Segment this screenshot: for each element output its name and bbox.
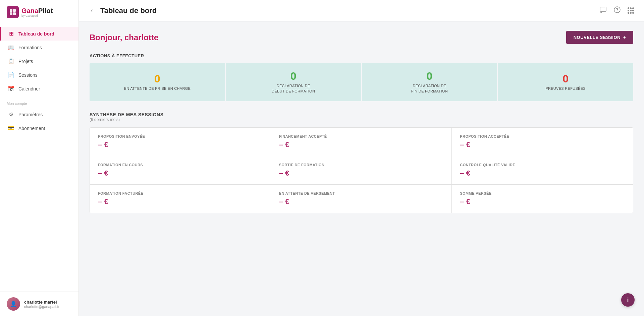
sidebar-item-label: Projets (18, 59, 33, 64)
sessions-icon: 📄 (8, 72, 14, 78)
logo-text-group: GanaPilot by Ganapati (21, 7, 53, 17)
user-info: charlotte martel charlotte@ganapati.fr (24, 300, 59, 309)
sidebar-item-label: Formations (18, 45, 42, 50)
action-number-fin: 0 (426, 70, 432, 82)
sidebar-item-label: Paramètres (18, 112, 43, 117)
cell-label: SOMME VERSÉE (460, 191, 625, 195)
cell-value: – € (460, 140, 625, 149)
cell-value: – € (98, 169, 263, 178)
greeting-bar: Bonjour, charlotte NOUVELLE SESSION + (90, 31, 633, 44)
synthesis-cell-controle-qualite: CONTRÔLE QUALITÉ VALIDÉ – € (452, 156, 633, 185)
cell-value: – € (279, 197, 444, 206)
top-bar: ‹ Tableau de bord ? (79, 0, 644, 21)
synthesis-cell-formation-facturee: FORMATION FACTURÉE – € (90, 185, 271, 213)
logo-text: GanaPilot (21, 7, 53, 15)
sidebar-item-sessions[interactable]: 📄 Sessions (0, 68, 78, 82)
sidebar-nav: ⊞ Tableau de bord 📖 Formations 📋 Projets… (0, 23, 78, 292)
synthesis-cell-financement-accepte: FINANCEMENT ACCEPTÉ – € (271, 128, 452, 156)
cell-label: EN ATTENTE DE VERSEMENT (279, 191, 444, 195)
user-email: charlotte@ganapati.fr (24, 305, 59, 309)
cell-value: – € (460, 169, 625, 178)
avatar: 👤 (7, 297, 20, 311)
synthesis-cell-somme-versee: SOMME VERSÉE – € (452, 185, 633, 213)
sidebar-item-label: Abonnement (18, 126, 45, 131)
action-cards: 0 EN ATTENTE DE PRISE EN CHARGE 0 DÉCLAR… (90, 63, 633, 101)
logo-subtitle: by Ganapati (21, 14, 53, 17)
top-bar-right: ? (599, 6, 634, 15)
collapse-sidebar-button[interactable]: ‹ (89, 6, 95, 15)
greeting-name: charlotte (124, 33, 158, 42)
sidebar-item-formations[interactable]: 📖 Formations (0, 41, 78, 54)
cell-value: – € (279, 169, 444, 178)
cell-label: SORTIE DE FORMATION (279, 163, 444, 167)
cell-value: – € (98, 140, 263, 149)
svg-rect-3 (13, 12, 16, 15)
synthesis-cell-proposition-acceptee: PROPOSITION ACCEPTÉE – € (452, 128, 633, 156)
actions-section-title: ACTIONS À EFFECTUER (90, 53, 633, 58)
logo-icon (7, 6, 19, 18)
action-card-debut[interactable]: 0 DÉCLARATION DEDÉBUT DE FORMATION (226, 63, 361, 101)
cell-label: PROPOSITION ACCEPTÉE (460, 134, 625, 138)
sidebar-item-label: Sessions (18, 72, 38, 78)
synthesis-title: SYNTHÈSE DE MES SESSIONS (90, 112, 633, 117)
info-icon: i (627, 297, 629, 304)
grid-icon[interactable] (628, 7, 634, 14)
synthesis-cell-attente-versement: EN ATTENTE DE VERSEMENT – € (271, 185, 452, 213)
action-number-preuves: 0 (562, 73, 569, 85)
action-number-debut: 0 (290, 70, 297, 82)
page-title: Tableau de bord (100, 6, 157, 15)
help-icon[interactable]: ? (613, 6, 621, 15)
sidebar: GanaPilot by Ganapati ⊞ Tableau de bord … (0, 0, 79, 316)
user-name: charlotte martel (24, 300, 59, 305)
parametres-icon: ⚙ (8, 111, 14, 118)
synthesis-subtitle: (6 derniers mois) (90, 117, 633, 122)
projets-icon: 📋 (8, 58, 14, 64)
greeting-text: Bonjour, charlotte (90, 33, 158, 42)
dashboard-icon: ⊞ (8, 30, 14, 37)
cell-value: – € (460, 197, 625, 206)
action-label-debut: DÉCLARATION DEDÉBUT DE FORMATION (272, 83, 315, 94)
cell-label: FINANCEMENT ACCEPTÉ (279, 134, 444, 138)
new-session-button[interactable]: NOUVELLE SESSION + (566, 31, 633, 44)
sidebar-item-tableau-de-bord[interactable]: ⊞ Tableau de bord (0, 27, 78, 41)
formations-icon: 📖 (8, 44, 14, 51)
info-button[interactable]: i (621, 293, 635, 307)
cell-label: FORMATION FACTURÉE (98, 191, 263, 195)
logo-area: GanaPilot by Ganapati (0, 0, 78, 23)
new-session-label: NOUVELLE SESSION (574, 35, 621, 40)
cell-value: – € (98, 197, 263, 206)
action-label-preuves: PREUVES REFUSÉES (545, 86, 586, 91)
action-card-fin[interactable]: 0 DÉCLARATION DEFIN DE FORMATION (362, 63, 497, 101)
sidebar-item-label: Tableau de bord (18, 31, 54, 37)
cell-label: CONTRÔLE QUALITÉ VALIDÉ (460, 163, 625, 167)
svg-rect-0 (10, 9, 12, 12)
cell-label: PROPOSITION ENVOYÉE (98, 134, 263, 138)
sidebar-item-calendrier[interactable]: 📅 Calendrier (0, 82, 78, 96)
action-label-attente: EN ATTENTE DE PRISE EN CHARGE (124, 86, 191, 91)
calendrier-icon: 📅 (8, 85, 14, 92)
sidebar-footer: 👤 charlotte martel charlotte@ganapati.fr (0, 292, 78, 316)
sidebar-item-abonnement[interactable]: 💳 Abonnement (0, 121, 78, 135)
svg-rect-2 (10, 12, 12, 15)
abonnement-icon: 💳 (8, 125, 14, 131)
top-bar-left: ‹ Tableau de bord (89, 6, 157, 15)
synthesis-cell-sortie-de-formation: SORTIE DE FORMATION – € (271, 156, 452, 185)
message-icon[interactable] (599, 6, 607, 15)
svg-text:?: ? (616, 7, 618, 12)
action-number-attente: 0 (154, 73, 160, 85)
sidebar-item-projets[interactable]: 📋 Projets (0, 54, 78, 68)
avatar-image: 👤 (7, 297, 20, 311)
svg-rect-4 (600, 7, 606, 11)
page-content: Bonjour, charlotte NOUVELLE SESSION + AC… (79, 21, 644, 316)
synthesis-cell-proposition-envoyee: PROPOSITION ENVOYÉE – € (90, 128, 271, 156)
action-card-preuves[interactable]: 0 PREUVES REFUSÉES (498, 63, 633, 101)
synthesis-cell-formation-en-cours: FORMATION EN COURS – € (90, 156, 271, 185)
action-label-fin: DÉCLARATION DEFIN DE FORMATION (411, 83, 448, 94)
main-content: ‹ Tableau de bord ? (79, 0, 644, 316)
sidebar-item-parametres[interactable]: ⚙ Paramètres (0, 108, 78, 121)
cell-label: FORMATION EN COURS (98, 163, 263, 167)
cell-value: – € (279, 140, 444, 149)
plus-icon: + (623, 35, 626, 40)
synthesis-grid: PROPOSITION ENVOYÉE – € FINANCEMENT ACCE… (90, 127, 633, 213)
action-card-attente[interactable]: 0 EN ATTENTE DE PRISE EN CHARGE (90, 63, 225, 101)
